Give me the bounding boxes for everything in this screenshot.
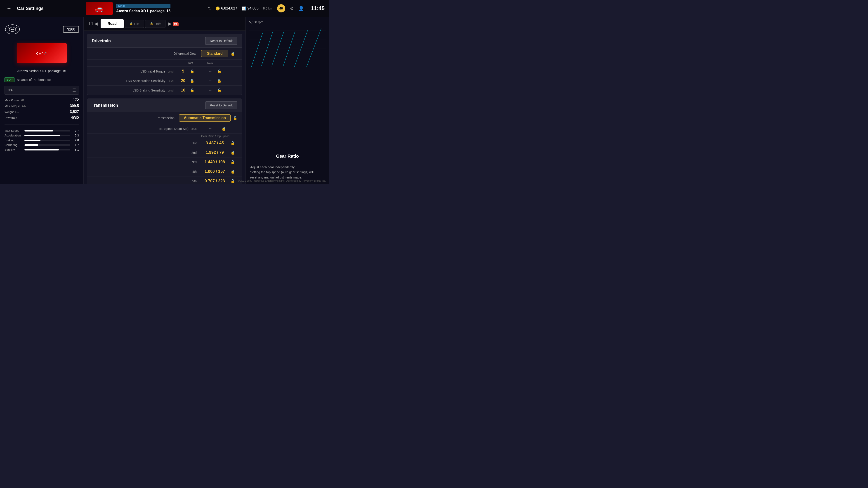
- gear-1st-lock: 🔒: [230, 141, 235, 145]
- transmission-header: Transmission Reset to Default: [87, 99, 242, 112]
- r1-badge: R1: [173, 22, 179, 26]
- lsd-initial-front-lock: 🔒: [190, 69, 194, 73]
- differential-gear-row: Differential Gear Standard 🔒: [87, 48, 242, 60]
- tab-drift[interactable]: 🔒 Drift: [145, 20, 165, 28]
- differential-gear-value[interactable]: Standard: [201, 50, 228, 57]
- stability-bar: [24, 149, 59, 151]
- cornering-bar: [24, 144, 38, 146]
- gear-5th-lock: 🔒: [230, 179, 235, 183]
- top-speed-label: Top Speed (Auto Set) km/h: [92, 127, 197, 131]
- lsd-braking-front-lock: 🔒: [190, 88, 194, 92]
- transmission-section: Transmission Reset to Default Transmissi…: [87, 98, 242, 184]
- gear-1st-row: 1st 3.487 / 45 🔒: [87, 138, 242, 148]
- performance-stats: Max Speed 3.7 Acceleration 5.3 Braking 2…: [4, 129, 79, 151]
- na-dropdown[interactable]: N/A ☰: [4, 86, 79, 95]
- car-preview-top: N200 Atenza Sedan XD L package '15: [52, 2, 205, 15]
- stat-weight: Weight lbs. 3,527: [4, 110, 79, 114]
- gear-3rd-lock: 🔒: [230, 160, 235, 164]
- copyright: © 2021 Sony Interactive Entertainment In…: [238, 180, 326, 182]
- gear-4th-value[interactable]: 1.000 / 157: [201, 169, 228, 174]
- top-speed-row: Top Speed (Auto Set) km/h -- 🔒: [87, 124, 242, 133]
- gear-chart: [249, 26, 326, 71]
- car-info-top: N200 Atenza Sedan XD L package '15: [116, 4, 170, 13]
- gear-1st-value[interactable]: 3.487 / 45: [201, 141, 228, 145]
- top-speed-lock-icon: 🔒: [221, 127, 226, 131]
- perf-acceleration: Acceleration 5.3: [4, 134, 79, 137]
- gear-ratio-title: Gear Ratio: [250, 154, 324, 159]
- lsd-braking-rear-value[interactable]: --: [206, 88, 215, 93]
- tab-road[interactable]: Road: [101, 19, 124, 28]
- perf-cornering: Cornering 1.7: [4, 143, 79, 147]
- tab-dirt[interactable]: 🔒 Dirt: [125, 20, 144, 28]
- gear-5th-row: 5th 0.707 / 223 🔒: [87, 176, 242, 184]
- credits-stat: 🪙 6,824,827: [215, 6, 237, 11]
- gear-2nd-value[interactable]: 1.992 / 79: [201, 150, 228, 155]
- lsd-initial-rear-value[interactable]: --: [206, 69, 215, 74]
- top-speed-value[interactable]: --: [201, 126, 219, 131]
- gear-3rd-value-area: 1.449 / 108 🔒: [201, 160, 237, 164]
- gear-4th-row: 4th 1.000 / 157 🔒: [87, 167, 242, 176]
- acceleration-bar: [24, 135, 60, 136]
- right-panel: 5,000 rpm Gear Ratio Adjust each: [246, 17, 329, 184]
- gear-1st-value-area: 3.487 / 45 🔒: [201, 141, 237, 145]
- lsd-accel-front-value[interactable]: 20: [179, 78, 188, 83]
- lsd-accel-label: LSD Acceleration Sensitivity Level: [92, 79, 174, 83]
- stat-drivetrain: Drivetrain 4WD: [4, 116, 79, 120]
- lsd-accel-row: LSD Acceleration Sensitivity Level 20 🔒 …: [87, 76, 242, 86]
- transmission-reset-button[interactable]: Reset to Default: [205, 101, 237, 109]
- braking-bar: [24, 140, 40, 141]
- gear-3rd-value[interactable]: 1.449 / 108: [201, 160, 228, 164]
- top-bar: ← Car Settings N200 Atenza Sedan XD L pa…: [0, 0, 329, 17]
- perf-stability: Stability 5.1: [4, 148, 79, 151]
- top-speed-value-area: -- 🔒: [201, 126, 237, 131]
- gear-ratio-divider: [250, 161, 324, 161]
- time-display: 11:45: [311, 5, 324, 11]
- gear-5th-value-area: 0.707 / 223 🔒: [201, 179, 237, 184]
- lock-dirt-icon: 🔒: [129, 22, 133, 25]
- transmission-type-row: Transmission Automatic Transmission 🔒: [87, 112, 242, 124]
- stat-max-torque: Max Torque ft-lb 309.5: [4, 104, 79, 108]
- settings-icon-top[interactable]: ⚙: [290, 6, 294, 11]
- lsd-braking-row: LSD Braking Sensitivity Level 10 🔒 -- 🔒: [87, 86, 242, 95]
- chart-area: 5,000 rpm: [246, 17, 329, 149]
- gear-2nd-value-area: 1.992 / 79 🔒: [201, 150, 237, 155]
- gear-4th-lock: 🔒: [230, 169, 235, 174]
- car-name-sidebar: Atenza Sedan XD L package '15: [4, 69, 79, 74]
- svg-line-7: [251, 33, 263, 67]
- lsd-accel-front-lock: 🔒: [190, 78, 194, 83]
- n200-badge-sidebar: N200: [63, 26, 79, 33]
- tab-prev-button[interactable]: L1 ◀: [87, 20, 99, 27]
- perf-max-speed: Max Speed 3.7: [4, 129, 79, 132]
- menu-icon: ☰: [72, 88, 76, 93]
- rear-header: Rear: [207, 62, 213, 65]
- rpm-label: 5,000 rpm: [249, 20, 326, 24]
- bop-label: Balance of Performance: [17, 78, 51, 82]
- gear-5th-value[interactable]: 0.707 / 223: [201, 179, 228, 184]
- drivetrain-reset-button[interactable]: Reset to Default: [205, 37, 237, 45]
- transmission-value[interactable]: Automatic Transmission: [179, 114, 230, 122]
- svg-line-12: [307, 29, 321, 67]
- lsd-braking-front-value[interactable]: 10: [179, 88, 188, 93]
- gear-2nd-lock: 🔒: [230, 151, 235, 155]
- back-button[interactable]: ←: [4, 4, 13, 13]
- transmission-label: Transmission: [92, 116, 175, 120]
- gear-5th-label: 5th: [92, 180, 197, 183]
- lsd-initial-front-value[interactable]: 5: [179, 69, 188, 74]
- icon-sort: ⇅: [208, 6, 211, 11]
- profile-icon-top[interactable]: 👤: [298, 6, 304, 11]
- tab-bar: L1 ◀ Road 🔒 Dirt 🔒 Drift ▶ R1: [84, 17, 246, 31]
- lock-drift-icon: 🔒: [150, 22, 153, 25]
- settings-area: Drivetrain Reset to Default Differential…: [84, 31, 246, 184]
- differential-gear-lock-icon: 🔒: [230, 52, 235, 56]
- page-title: Car Settings: [17, 6, 43, 11]
- gear-3rd-label: 3rd: [92, 160, 197, 164]
- gear-3rd-row: 3rd 1.449 / 108 🔒: [87, 158, 242, 167]
- perf-braking: Braking 2.0: [4, 138, 79, 142]
- tab-next-button[interactable]: ▶ R1: [166, 20, 180, 27]
- lsd-accel-rear-value[interactable]: --: [206, 78, 215, 83]
- lsd-braking-rear-lock: 🔒: [217, 88, 221, 92]
- na-value: N/A: [7, 88, 13, 92]
- distance-stat: 8.6 km: [263, 6, 273, 10]
- lsd-braking-label: LSD Braking Sensitivity Level: [92, 89, 174, 92]
- bop-badge: BOP: [4, 77, 14, 82]
